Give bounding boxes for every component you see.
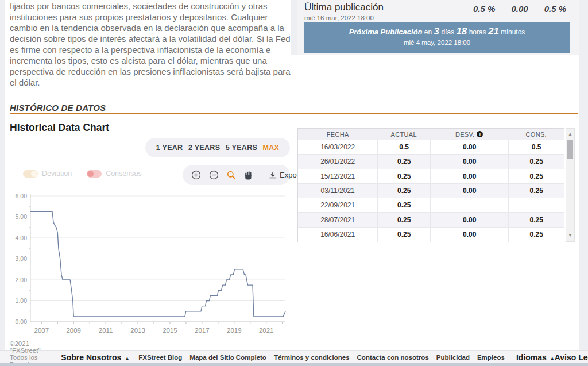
cell-value: 0.00 (430, 184, 508, 198)
next-release-date: mié 4 may, 2022 18:00 (304, 39, 570, 46)
toggle-icon[interactable] (87, 170, 102, 178)
scrollbar-thumb[interactable] (567, 140, 573, 159)
cell-value: 0.25 (377, 228, 430, 242)
page-margin-right (579, 0, 588, 350)
section-rule (10, 113, 578, 114)
cell-value: 0.25 (508, 169, 564, 183)
svg-text:2011: 2011 (99, 327, 113, 334)
next-release-banner: Próxima Publicación en 3 días 18 horas 2… (304, 22, 570, 53)
legend-toggle-deviation[interactable]: Deviation (23, 169, 72, 178)
toggle-icon[interactable] (23, 170, 38, 178)
legend-toggle-consensus[interactable]: Consensus (87, 169, 142, 178)
footer-link-2[interactable]: Términos y condiciones (274, 354, 350, 361)
table-scrollbar[interactable]: ▲ ▼ (566, 128, 575, 242)
cell-value: 0.25 (377, 169, 430, 183)
legend-label: Deviation (42, 169, 72, 178)
svg-text:2009: 2009 (66, 327, 81, 334)
footer-link-0[interactable]: FXStreet Blog (138, 354, 182, 361)
cell-date: 03/11/2021 (298, 187, 377, 195)
info-icon[interactable]: i (477, 131, 483, 137)
countdown-minutes: 21 (488, 26, 499, 37)
cell-date: 22/09/2021 (298, 201, 377, 209)
svg-text:1.00: 1.00 (16, 297, 28, 304)
svg-text:2015: 2015 (163, 327, 177, 334)
cell-date: 16/06/2021 (298, 230, 377, 238)
svg-text:5.00: 5.00 (16, 213, 28, 220)
cell-value: 0.25 (377, 213, 430, 226)
footer-legal[interactable]: Aviso Legal▲ (555, 353, 588, 362)
chart-title: Historical Data Chart (10, 122, 109, 134)
section-title: HISTÓRICO DE DATOS (10, 103, 106, 113)
cell-value: 0.25 (377, 184, 430, 198)
svg-text:2007: 2007 (34, 327, 49, 334)
scrollbar-up-icon[interactable]: ▲ (566, 132, 574, 137)
next-release-label: Próxima Publicación (349, 28, 423, 36)
cell-value: 0.25 (508, 228, 564, 242)
cell-value: 0.25 (508, 184, 564, 198)
svg-text:2013: 2013 (130, 327, 145, 334)
footer-link-1[interactable]: Mapa del Sitio Completo (189, 354, 266, 361)
footer-link-5[interactable]: Empleos (477, 354, 505, 361)
history-table: FECHA ACTUAL DESV.i CONS. 16/03/20220.50… (297, 128, 564, 242)
caret-up-icon: ▲ (550, 356, 555, 361)
countdown-minutes-label: minutos (501, 28, 525, 36)
cell-value: 0.00 (430, 155, 508, 168)
svg-text:6.00: 6.00 (16, 192, 28, 199)
footer-about[interactable]: Sobre Nosotros▲ (61, 353, 129, 362)
cell-value: 0.00 (430, 140, 508, 154)
scrollbar-down-icon[interactable]: ▼ (566, 233, 574, 238)
cell-date: 16/03/2022 (298, 143, 377, 151)
cell-value (430, 198, 508, 212)
svg-text:2021: 2021 (259, 327, 274, 334)
selection-zoom-icon[interactable] (227, 171, 236, 180)
range-button-max[interactable]: MAX (263, 144, 280, 152)
export-button[interactable]: Export (269, 171, 301, 179)
svg-text:3.00: 3.00 (16, 255, 28, 262)
header-actual: ACTUAL (377, 131, 430, 138)
last-release-title: Última publicación (304, 2, 384, 13)
cell-value: 0.25 (377, 198, 430, 212)
zoom-in-icon[interactable] (191, 170, 201, 180)
countdown-hours-label: horas (469, 28, 486, 36)
chart-legend: DeviationConsensus (23, 169, 142, 178)
footer-link-3[interactable]: Contacta con nosotros (357, 354, 429, 361)
table-row: 03/11/20210.250.000.25 (298, 184, 564, 198)
cell-value: 0.25 (508, 213, 564, 226)
last-release-date: mié 16 mar, 2022 18:00 (304, 14, 374, 21)
svg-text:4.00: 4.00 (16, 234, 28, 241)
cell-value: 0.25 (377, 155, 430, 168)
next-release-in: en (424, 28, 432, 36)
range-button-5-years[interactable]: 5 YEARS (226, 144, 257, 152)
zoom-out-icon[interactable] (209, 170, 219, 180)
table-row: 16/03/20220.50.000.5 (298, 140, 564, 155)
footer-languages[interactable]: Idiomas▲ (516, 353, 555, 362)
cell-value: 0.5 (377, 140, 430, 154)
svg-text:2019: 2019 (227, 327, 242, 334)
svg-text:2017: 2017 (195, 327, 210, 334)
legend-label: Consensus (106, 169, 142, 178)
range-button-2-years[interactable]: 2 YEARS (188, 144, 220, 152)
cell-date: 26/01/2022 (298, 157, 377, 165)
svg-text:2.00: 2.00 (16, 276, 28, 283)
cell-value: 0.00 (430, 169, 508, 183)
historical-chart[interactable]: 0.001.002.003.004.005.006.00200720092011… (9, 191, 291, 336)
footer-link-4[interactable]: Publicidad (436, 354, 470, 361)
range-button-1-year[interactable]: 1 YEAR (156, 144, 183, 152)
table-row: 15/12/20210.250.000.25 (298, 169, 564, 184)
footer: ©2021 "FXStreet" Todos los Derechos Rese… (0, 350, 588, 363)
cell-date: 15/12/2021 (298, 172, 377, 180)
cell-value: 0.00 (430, 228, 508, 242)
next-release-countdown: Próxima Publicación en 3 días 18 horas 2… (304, 22, 570, 37)
cell-value: 0.25 (508, 155, 564, 168)
cell-date: 28/07/2021 (298, 216, 377, 224)
svg-text:0.00: 0.00 (16, 318, 28, 325)
header-desv: DESV.i (430, 131, 508, 138)
footer-links: FXStreet BlogMapa del Sitio CompletoTérm… (138, 354, 505, 361)
table-body: 16/03/20220.50.000.526/01/20220.250.000.… (298, 140, 564, 242)
cell-value (508, 198, 564, 212)
countdown-hours: 18 (456, 26, 467, 37)
pan-hand-icon[interactable] (244, 171, 253, 180)
deviation-value: 0.00 (511, 4, 528, 14)
cell-value: 0.5 (508, 140, 564, 154)
bottom-strip (0, 363, 588, 366)
